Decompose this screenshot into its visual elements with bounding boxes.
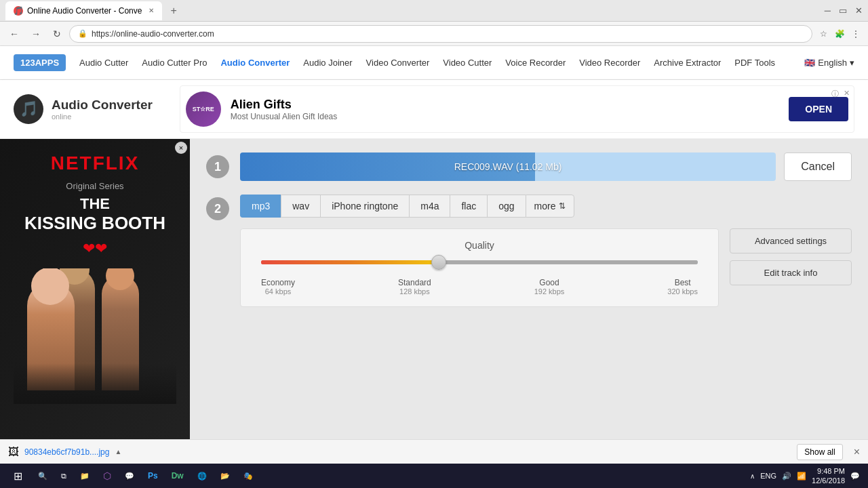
taskbar-dreamweaver[interactable]: Dw — [166, 466, 189, 485]
nav-audio-joiner[interactable]: Audio Joiner — [303, 58, 352, 68]
file-progress-container: REC009.WAV (11.02 Mb) — [240, 152, 776, 181]
volume-icon[interactable]: 🔊 — [782, 472, 791, 481]
cancel-button[interactable]: Cancel — [784, 152, 852, 181]
taskbar-file-explorer[interactable]: 📁 — [75, 466, 95, 485]
advanced-settings-button[interactable]: Advanced settings — [730, 228, 852, 253]
address-bar[interactable]: 🔒 https://online-audio-converter.com — [69, 25, 812, 43]
quality-slider[interactable]: Economy 64 kbps Standard 128 kbps Good 1… — [254, 260, 705, 296]
netflix-hearts: ❤❤ — [83, 240, 107, 258]
quality-track — [261, 260, 698, 264]
back-button[interactable]: ← — [5, 26, 23, 42]
download-bar-close-button[interactable]: × — [854, 446, 860, 458]
chevron-down-icon: ▾ — [850, 58, 854, 68]
app-logo[interactable]: 123APPS — [14, 54, 66, 71]
quality-box: Quality — [240, 228, 719, 307]
format-tab-m4a[interactable]: m4a — [409, 195, 450, 218]
download-filename[interactable]: 90834eb6cf7b91b....jpg — [24, 447, 109, 457]
step2-row: 2 mp3 wav iPhone ringtone m4a flac ogg m… — [206, 195, 852, 307]
taskbar: ⊞ 🔍 ⧉ 📁 ⬡ 💬 Ps Dw 🌐 📂 🎭 ∧ ENG 🔊 📶 9:48 P… — [0, 464, 868, 488]
taskbar-wechat[interactable]: 💬 — [119, 466, 140, 485]
step2-action-buttons: Advanced settings Edit track info — [730, 228, 852, 307]
nav-archive-extractor[interactable]: Archive Extractor — [654, 58, 721, 68]
step2-quality-row: Quality — [240, 228, 852, 307]
maximize-button[interactable]: ▭ — [839, 5, 847, 16]
download-file-icon: 🖼 — [8, 446, 19, 458]
browser-toolbar: ← → ↻ 🔒 https://online-audio-converter.c… — [0, 22, 868, 46]
taskbar-task-view[interactable]: ⧉ — [56, 466, 72, 485]
show-all-downloads-button[interactable]: Show all — [797, 444, 842, 460]
forward-button[interactable]: → — [27, 26, 45, 42]
quality-thumb[interactable] — [431, 255, 446, 270]
language-selector[interactable]: 🇬🇧 English ▾ — [804, 58, 854, 68]
quality-economy: Economy 64 kbps — [261, 278, 295, 296]
nav-voice-recorder[interactable]: Voice Recorder — [505, 58, 566, 68]
step1-inner: REC009.WAV (11.02 Mb) Cancel — [240, 152, 852, 181]
app-outer: 🎵 Audio Converter online ⓘ ✕ ST☆RE Alien… — [0, 80, 868, 139]
sidebar-ad: × NETFLIX Original Series THE KISSING BO… — [0, 139, 190, 447]
download-chevron-icon[interactable]: ▲ — [115, 448, 121, 455]
taskbar-system-tray: ∧ ENG 🔊 📶 9:48 PM 12/6/2018 💬 — [750, 466, 863, 486]
clock[interactable]: 9:48 PM 12/6/2018 — [812, 466, 845, 486]
main-content: × NETFLIX Original Series THE KISSING BO… — [0, 139, 868, 447]
ad-open-button[interactable]: OPEN — [789, 97, 848, 121]
taskbar-photoshop[interactable]: Ps — [142, 466, 163, 485]
app-title: Audio Converter — [52, 98, 153, 113]
refresh-button[interactable]: ↻ — [49, 26, 65, 42]
format-tab-more[interactable]: more ⇅ — [526, 195, 574, 218]
download-bar: 🖼 90834eb6cf7b91b....jpg ▲ Show all × — [0, 439, 868, 464]
url-text: https://online-audio-converter.com — [92, 29, 214, 39]
browser-menu-icon[interactable]: ⋮ — [849, 27, 863, 41]
quality-markers: Economy 64 kbps Standard 128 kbps Good 1… — [261, 278, 698, 296]
notification-icon[interactable]: 💬 — [850, 472, 860, 481]
bookmark-icon[interactable]: ☆ — [816, 27, 830, 41]
nav-audio-cutter-pro[interactable]: Audio Cutter Pro — [142, 58, 207, 68]
format-tab-ogg[interactable]: ogg — [487, 195, 525, 218]
minimize-button[interactable]: ─ — [825, 5, 831, 16]
ad-info-icon[interactable]: ⓘ — [831, 89, 839, 99]
taskbar-folder[interactable]: 📂 — [215, 466, 235, 485]
close-window-button[interactable]: ✕ — [855, 5, 863, 16]
taskbar-app2[interactable]: 🎭 — [238, 466, 258, 485]
file-name-label: REC009.WAV (11.02 Mb) — [240, 152, 776, 181]
netflix-subtitle: Original Series — [66, 181, 123, 191]
taskbar-chrome[interactable]: 🌐 — [192, 466, 212, 485]
nav-video-recorder[interactable]: Video Recorder — [579, 58, 640, 68]
tab-close-button[interactable]: ✕ — [149, 7, 154, 14]
ad-tagline: Most Unusual Alien Gift Ideas — [231, 112, 337, 121]
nav-audio-cutter[interactable]: Audio Cutter — [79, 58, 128, 68]
quality-standard: Standard 128 kbps — [398, 278, 431, 296]
network-icon[interactable]: 📶 — [797, 472, 806, 481]
quality-track-left — [261, 260, 440, 264]
ssl-lock-icon: 🔒 — [78, 29, 87, 38]
new-tab-button[interactable]: + — [167, 5, 179, 17]
browser-tab[interactable]: 🎵 Online Audio Converter - Conve ✕ — [5, 1, 162, 20]
start-button[interactable]: ⊞ — [5, 466, 30, 485]
netflix-figures — [14, 268, 176, 404]
tab-title: Online Audio Converter - Conve — [27, 6, 142, 16]
nav-audio-converter[interactable]: Audio Converter — [220, 58, 290, 68]
step2-content: mp3 wav iPhone ringtone m4a flac ogg mor… — [240, 195, 852, 307]
app-icon: 🎵 — [14, 94, 43, 124]
format-tab-flac[interactable]: flac — [450, 195, 487, 218]
language-label: English — [818, 58, 847, 68]
format-tab-wav[interactable]: wav — [281, 195, 320, 218]
format-tab-iphone-ringtone[interactable]: iPhone ringtone — [320, 195, 409, 218]
app-subtitle: online — [52, 113, 153, 121]
step1-row: 1 REC009.WAV (11.02 Mb) Cancel — [206, 152, 852, 181]
ad-close-icon[interactable]: ✕ — [844, 89, 850, 98]
quality-best: Best 320 kbps — [667, 278, 698, 296]
format-tab-mp3[interactable]: mp3 — [240, 195, 281, 218]
edit-track-info-button[interactable]: Edit track info — [730, 260, 852, 285]
taskbar-visual-studio[interactable]: ⬡ — [98, 466, 117, 485]
extensions-icon[interactable]: 🧩 — [833, 27, 846, 41]
ad-text: Alien Gifts Most Unusual Alien Gift Idea… — [231, 98, 337, 121]
sidebar-ad-close-button[interactable]: × — [175, 142, 187, 154]
nav-pdf-tools[interactable]: PDF Tools — [734, 58, 775, 68]
toolbar-icons: ☆ 🧩 ⋮ — [816, 27, 863, 41]
quality-track-right — [440, 260, 698, 264]
converter-area: 1 REC009.WAV (11.02 Mb) Cancel 2 mp3 wav — [190, 139, 868, 447]
quality-title: Quality — [254, 240, 705, 251]
nav-video-cutter[interactable]: Video Cutter — [443, 58, 492, 68]
nav-video-converter[interactable]: Video Converter — [366, 58, 430, 68]
taskbar-search-button[interactable]: 🔍 — [33, 466, 53, 485]
